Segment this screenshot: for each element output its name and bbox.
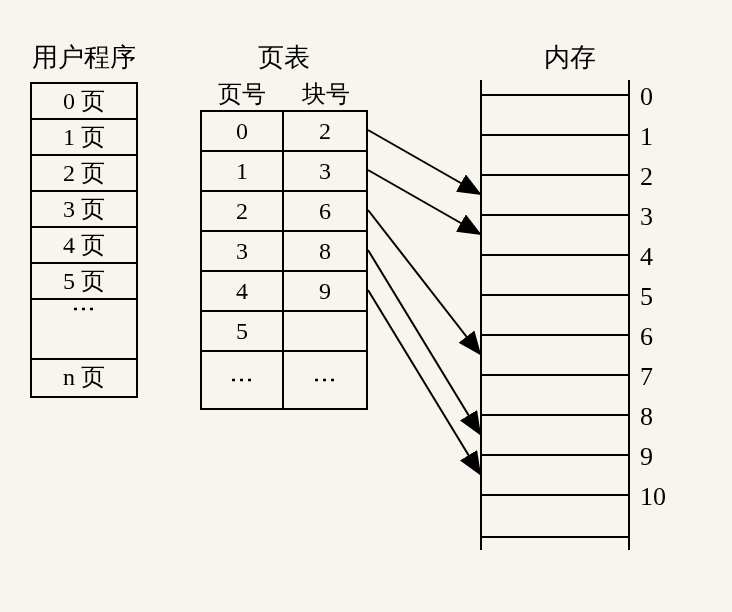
block-no-cell: 2 <box>284 112 366 150</box>
block-no-cell: 8 <box>284 232 366 270</box>
user-row: 3 页 <box>32 192 136 228</box>
memory-block <box>482 296 628 336</box>
block-no-cell <box>284 312 366 350</box>
user-program-title: 用户程序 <box>30 40 138 75</box>
memory-label: 10 <box>640 482 666 512</box>
memory-block <box>482 416 628 456</box>
page-no-cell: 1 <box>202 152 284 190</box>
page-no-cell: 4 <box>202 272 284 310</box>
user-ellipsis: ⋮ <box>32 300 136 360</box>
page-table-row: 0 2 <box>202 112 366 152</box>
memory-block <box>482 96 628 136</box>
memory-label: 3 <box>640 202 653 232</box>
memory-label: 9 <box>640 442 653 472</box>
memory-table <box>480 94 630 538</box>
block-no-cell: 6 <box>284 192 366 230</box>
memory-label: 5 <box>640 282 653 312</box>
memory-label: 8 <box>640 402 653 432</box>
memory-open-top <box>480 80 630 94</box>
page-table: 0 2 1 3 2 6 3 8 4 9 5 ⋮ ⋮ <box>200 110 368 410</box>
user-row: 1 页 <box>32 120 136 156</box>
page-table-row: 4 9 <box>202 272 366 312</box>
page-table-row: 3 8 <box>202 232 366 272</box>
memory-title: 内存 <box>530 40 610 75</box>
memory-block <box>482 496 628 536</box>
user-row-last: n 页 <box>32 360 136 396</box>
mapping-arrow <box>368 130 480 194</box>
page-table-ellipsis: ⋮ ⋮ <box>202 352 366 408</box>
memory-label: 2 <box>640 162 653 192</box>
page-table-row: 1 3 <box>202 152 366 192</box>
memory-block <box>482 136 628 176</box>
memory-block <box>482 456 628 496</box>
memory-label: 0 <box>640 82 653 112</box>
memory-label: 6 <box>640 322 653 352</box>
page-table-title: 页表 <box>230 40 338 75</box>
page-no-cell: 5 <box>202 312 284 350</box>
user-row: 4 页 <box>32 228 136 264</box>
memory-label: 1 <box>640 122 653 152</box>
user-program-table: 0 页 1 页 2 页 3 页 4 页 5 页 ⋮ n 页 <box>30 82 138 398</box>
page-no-cell: 0 <box>202 112 284 150</box>
memory-open-bottom <box>480 536 630 550</box>
memory-block <box>482 376 628 416</box>
user-row: 0 页 <box>32 84 136 120</box>
mapping-arrow <box>368 210 480 354</box>
block-no-cell: 9 <box>284 272 366 310</box>
page-no-label: 页号 <box>200 78 284 110</box>
page-no-cell: 3 <box>202 232 284 270</box>
mapping-arrow <box>368 250 480 434</box>
block-no-label: 块号 <box>284 78 368 110</box>
block-no-cell: 3 <box>284 152 366 190</box>
page-table-row: 5 <box>202 312 366 352</box>
memory-block <box>482 216 628 256</box>
user-row: 5 页 <box>32 264 136 300</box>
memory-block <box>482 256 628 296</box>
user-row: 2 页 <box>32 156 136 192</box>
page-no-cell: 2 <box>202 192 284 230</box>
memory-label: 7 <box>640 362 653 392</box>
mapping-arrow <box>368 170 480 234</box>
mapping-arrow <box>368 290 480 474</box>
memory-block <box>482 336 628 376</box>
page-table-row: 2 6 <box>202 192 366 232</box>
memory-block <box>482 176 628 216</box>
memory-label: 4 <box>640 242 653 272</box>
